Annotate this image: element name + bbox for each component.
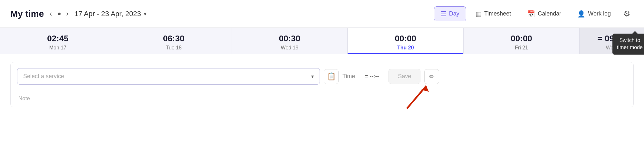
gear-icon: ⚙ [623,9,630,18]
day-time-thu: 00:00 [351,34,459,44]
timesheet-view-button[interactable]: ▦ Timesheet [469,6,518,21]
note-row[interactable]: Note [17,90,627,107]
entry-row: Select a service ▾ 📋 Time = --:-- Save ✏ [17,68,627,85]
day-col-thu[interactable]: 00:00 Thu 20 [348,28,464,54]
days-row: 02:45 Mon 17 06:30 Tue 18 00:30 Wed 19 0… [0,28,644,54]
next-arrow-button[interactable]: › [64,8,71,20]
service-select-placeholder: Select a service [23,73,64,80]
page-title: My time [10,9,44,19]
settings-button[interactable]: ⚙ [620,6,634,22]
time-label: Time [342,73,355,80]
day-col-wed[interactable]: 00:30 Wed 19 [232,28,348,54]
day-col-total: = 09:45 We... Switch totimer mode [580,28,644,54]
day-time-mon: 02:45 [4,34,112,44]
date-range-dropdown-icon: ▾ [144,10,147,17]
header: My time ‹ › 17 Apr - 23 Apr, 2023 ▾ ☰ Da… [0,0,644,28]
day-label-mon: Mon 17 [4,45,112,51]
list-icon: ☰ [441,10,447,18]
add-entry-button[interactable]: 📋 [324,69,339,84]
day-time-tue: 06:30 [120,34,228,44]
date-range-text: 17 Apr - 23 Apr, 2023 [74,10,141,18]
day-view-button[interactable]: ☰ Day [434,6,466,21]
day-label-wed: Wed 19 [236,45,344,51]
worklog-button-label: Work log [588,10,611,17]
timer-mode-container: ✏ [424,69,439,84]
day-label-tue: Tue 18 [120,45,228,51]
day-col-mon[interactable]: 02:45 Mon 17 [0,28,116,54]
save-button[interactable]: Save [389,69,420,84]
timer-mode-button[interactable]: ✏ [424,69,439,84]
calendar-view-button[interactable]: 📅 Calendar [520,6,568,21]
day-col-tue[interactable]: 06:30 Tue 18 [116,28,232,54]
time-value: = --:-- [359,73,385,80]
user-icon: 👤 [577,10,585,18]
total-label: We... [583,45,640,51]
total-time: = 09:45 [583,34,640,44]
plus-clipboard-icon: 📋 [327,72,336,81]
entry-box: Select a service ▾ 📋 Time = --:-- Save ✏ [10,62,634,107]
day-col-fri[interactable]: 00:00 Fri 21 [464,28,580,54]
day-time-fri: 00:00 [467,34,575,44]
calendar-button-label: Calendar [538,10,561,17]
table-icon: ▦ [476,10,482,18]
service-select-arrow-icon: ▾ [311,73,314,79]
timesheet-button-label: Timesheet [484,10,511,17]
date-range-selector[interactable]: 17 Apr - 23 Apr, 2023 ▾ [74,10,147,18]
header-left: My time ‹ › 17 Apr - 23 Apr, 2023 ▾ [10,8,434,20]
edit-icon: ✏ [429,73,435,80]
main-content: Select a service ▾ 📋 Time = --:-- Save ✏ [0,54,644,115]
calendar-icon: 📅 [527,10,535,18]
day-label-fri: Fri 21 [467,45,575,51]
prev-arrow-button[interactable]: ‹ [48,8,54,20]
day-button-label: Day [449,10,459,17]
service-select[interactable]: Select a service ▾ [17,68,320,85]
day-time-wed: 00:30 [236,34,344,44]
day-label-thu: Thu 20 [351,45,459,51]
header-right: ☰ Day ▦ Timesheet 📅 Calendar 👤 Work log … [434,6,634,22]
note-placeholder: Note [18,95,30,102]
nav-dot [58,13,61,15]
worklog-view-button[interactable]: 👤 Work log [571,6,618,21]
